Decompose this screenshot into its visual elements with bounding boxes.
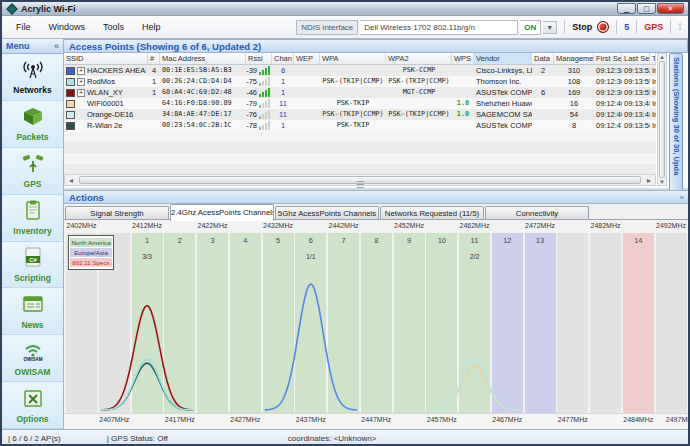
gps-button[interactable]: GPS (644, 22, 663, 32)
column-header-wpa[interactable]: WPA (320, 53, 386, 64)
close-button[interactable]: ✕ (657, 3, 684, 14)
cell-wps (452, 120, 474, 131)
rssi-value: -79 (246, 98, 257, 109)
stop-record-icon[interactable] (597, 21, 609, 33)
minimize-button[interactable]: ▁ (617, 3, 636, 14)
channel-band-13: 13 (525, 233, 556, 413)
channel-number: 3 (197, 236, 228, 245)
tab-5ghz-acesspoints-channels[interactable]: 5Ghz AcessPoints Channels (275, 206, 379, 219)
table-row[interactable]: +HACKERS AHEAD400:1E:E5:5B:A5:B3-396PSK-… (64, 65, 656, 76)
table-row[interactable]: R-Wlan 2e00:23:54:0C:2B:1C-781PSK-TKIPAS… (64, 120, 656, 131)
cell-management: 169 (554, 87, 594, 98)
cell-wpa: PSK-(TKIP|CCMP) (320, 76, 386, 87)
cell-chan: 11 (272, 109, 294, 120)
table-row[interactable]: +WLAN_XY160:A4:4C:69:D2:48-461MGT-CCMPAS… (64, 87, 656, 98)
ssid-label: R-Wlan 2e (87, 120, 122, 131)
cell-data (532, 120, 554, 131)
cell-first: 09:12:36 (594, 87, 622, 98)
sidebar-item-networks[interactable]: Networks (2, 54, 63, 101)
horizontal-scrollbar[interactable]: ◄ ► (64, 174, 656, 186)
tab-connectivity[interactable]: Connectivity (485, 206, 589, 219)
scroll-up-icon[interactable]: ▲ (659, 54, 665, 60)
sidebar-item-news[interactable]: News (2, 288, 63, 335)
window-title: Acrylic Wi-Fi (21, 4, 617, 14)
column-header-mac-address[interactable]: Mac Address (160, 53, 246, 64)
scrollbar-thumb[interactable] (659, 61, 665, 178)
sidebar-item-label: OWISAM (15, 367, 51, 377)
access-points-header: Access Points (Showing 6 of 6, Updated 2… (64, 39, 688, 53)
sidebar-item-scripting[interactable]: C#Scripting (2, 242, 63, 289)
vertical-scrollbar[interactable]: ▲ ▼ (657, 53, 667, 186)
menu-tools[interactable]: Tools (95, 19, 132, 35)
cell-wep (294, 109, 320, 120)
cell-mac: 34:8A:AE:47:DE:17 (160, 109, 246, 120)
stations-collapsed-tab[interactable]: Stations (Showing 30 of 30, Upda » (669, 53, 683, 201)
sidebar-item-label: Packets (16, 132, 48, 142)
rssi-value: -39 (246, 65, 257, 76)
cell-vendor: Shehzhen Huawei C (474, 98, 532, 109)
collapse-left-icon[interactable]: « (54, 41, 59, 51)
table-row[interactable]: WIFI0000164:16:F0:D8:90:89-7911PSK-TKIP1… (64, 98, 656, 109)
sidebar-item-owisam[interactable]: OWISAMOWISAM (2, 335, 63, 382)
column-header-first-seen[interactable]: First Seen (594, 53, 622, 64)
tab-2-4ghz-acesspoints-channels[interactable]: 2.4Ghz AcessPoints Channels (170, 204, 274, 221)
cell-last: 09:13:48 (622, 98, 650, 109)
scroll-right-icon[interactable]: ► (643, 177, 655, 184)
sidebar-item-inventory[interactable]: Inventory (2, 195, 63, 242)
column-header-t[interactable]: T (650, 53, 656, 64)
column-header-rssi[interactable]: Rssi (246, 53, 272, 64)
column-header-wpa2[interactable]: WPA2 (386, 53, 452, 64)
menu-help[interactable]: Help (134, 19, 169, 35)
column-header-wep[interactable]: WEP (294, 53, 320, 64)
sidebar-item-label: Scripting (14, 273, 51, 283)
rssi-value: -78 (246, 120, 257, 131)
cell-type: In (650, 87, 656, 98)
cell-type: In (650, 65, 656, 76)
cell-wpa (320, 65, 386, 76)
sidebar-item-options[interactable]: Options (2, 382, 63, 429)
expand-icon[interactable]: + (77, 78, 85, 86)
freq-tick-label: 2492MHz (656, 222, 686, 229)
monitor-on-toggle[interactable]: ON (520, 20, 541, 35)
cell-wps: 1.0 (452, 98, 474, 109)
legend-item: Europe/Asia (70, 248, 112, 257)
maximize-button[interactable]: ▢ (637, 3, 656, 14)
column-header-chan[interactable]: Chan (272, 53, 294, 64)
cell-rssi: -75 (246, 76, 272, 87)
scroll-left-icon[interactable]: ◄ (65, 177, 77, 184)
sidebar-item-packets[interactable]: Packets (2, 101, 63, 148)
column-header-data[interactable]: Data (532, 53, 554, 64)
cell-type: In (650, 109, 656, 120)
cell-wep (294, 98, 320, 109)
ssid-cell: Orange-DE16 (64, 109, 148, 120)
chart-legend: North AmericaEurope/Asia802.11 Specs (68, 235, 114, 270)
rssi-value: -76 (246, 109, 257, 120)
channel-number: 13 (525, 236, 556, 245)
sidebar-item-gps[interactable]: GPS (2, 148, 63, 195)
column-header-ssid[interactable]: SSID (64, 53, 148, 64)
interface-combobox[interactable]: Dell Wireless 1702 802.11b/g/n (360, 20, 518, 35)
channel-band-10: 10 (426, 233, 457, 413)
tab-signal-strength[interactable]: Signal Strength (65, 206, 169, 219)
column-header-last-seen[interactable]: Last Seen (622, 53, 650, 64)
table-row[interactable]: +RodMos100:26:24:CD:D4:D4-751PSK-(TKIP|C… (64, 76, 656, 87)
column-header-vendor[interactable]: Vendor (474, 53, 532, 64)
column-header--[interactable]: # (148, 53, 160, 64)
scrollbar-thumb[interactable] (79, 176, 641, 184)
cell-chan: 6 (272, 65, 294, 76)
column-header-management[interactable]: Management (554, 53, 594, 64)
news-icon (21, 293, 45, 319)
column-header-wps[interactable]: WPS (452, 53, 474, 64)
sidebar-header[interactable]: Menu « (2, 39, 63, 54)
tab-networks-requested-11-5-[interactable]: Networks Requested (11/5) (380, 206, 484, 219)
wifi-status-icon: ⟟ (678, 21, 682, 33)
expand-icon[interactable]: + (77, 89, 85, 97)
scroll-down-icon[interactable]: ▼ (659, 179, 665, 185)
actions-title: Actions (69, 192, 104, 203)
menu-file[interactable]: File (8, 19, 39, 35)
chevron-down-icon[interactable]: ▼ (543, 21, 557, 34)
collapse-panel-icon[interactable]: » (680, 193, 684, 202)
expand-icon[interactable]: + (77, 67, 85, 75)
menu-windows[interactable]: Windows (41, 19, 94, 35)
table-row[interactable]: Orange-DE1634:8A:AE:47:DE:17-7611PSK-(TK… (64, 109, 656, 120)
